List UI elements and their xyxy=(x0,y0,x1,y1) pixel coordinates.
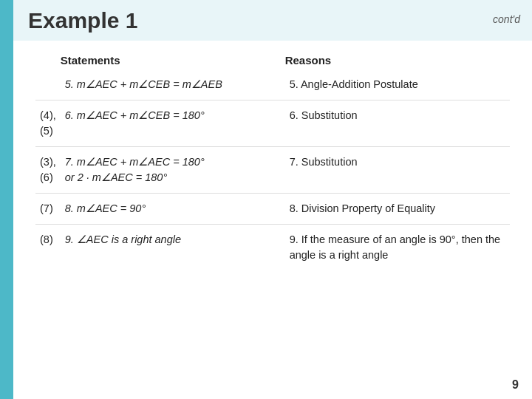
col-header-statements: Statements xyxy=(61,54,285,69)
table-row: (8)9. ∠AEC is a right angle9. If the mea… xyxy=(35,225,510,271)
step-cell: (4), (5) xyxy=(35,100,61,147)
table-row: (3), (6)7. m∠AEC + m∠AEC = 180°or 2 · m∠… xyxy=(35,147,510,194)
statement-cell: 5. m∠AEC + m∠CEB = m∠AEB xyxy=(61,69,285,100)
col-header-reasons: Reasons xyxy=(285,54,510,69)
step-cell xyxy=(35,69,61,100)
header-band: Example 1 xyxy=(13,0,532,41)
step-cell: (3), (6) xyxy=(35,147,61,194)
statement-cell: 6. m∠AEC + m∠CEB = 180° xyxy=(61,100,285,147)
reason-cell: 8. Division Property of Equality xyxy=(285,194,510,225)
table-row: (4), (5)6. m∠AEC + m∠CEB = 180°6. Substi… xyxy=(35,100,510,147)
col-header-step xyxy=(35,54,61,69)
table-row: 5. m∠AEC + m∠CEB = m∠AEB5. Angle-Additio… xyxy=(35,69,510,100)
reason-cell: 5. Angle-Addition Postulate xyxy=(285,69,510,100)
reason-cell: 7. Substitution xyxy=(285,147,510,194)
page-number: 9 xyxy=(512,378,519,392)
statement-cell: 8. m∠AEC = 90° xyxy=(61,194,285,225)
reason-cell: 6. Substitution xyxy=(285,100,510,147)
reason-cell: 9. If the measure of an angle is 90°, th… xyxy=(285,225,510,271)
contd-label: cont'd xyxy=(493,13,520,25)
table-row: (7)8. m∠AEC = 90°8. Division Property of… xyxy=(35,194,510,225)
page-title: Example 1 xyxy=(28,8,137,33)
proof-table: Statements Reasons 5. m∠AEC + m∠CEB = m∠… xyxy=(35,54,510,270)
main-content: Statements Reasons 5. m∠AEC + m∠CEB = m∠… xyxy=(13,41,532,284)
step-cell: (8) xyxy=(35,225,61,271)
statement-cell: 9. ∠AEC is a right angle xyxy=(61,225,285,271)
accent-bar xyxy=(0,0,13,399)
statement-cell: 7. m∠AEC + m∠AEC = 180°or 2 · m∠AEC = 18… xyxy=(61,147,285,194)
step-cell: (7) xyxy=(35,194,61,225)
